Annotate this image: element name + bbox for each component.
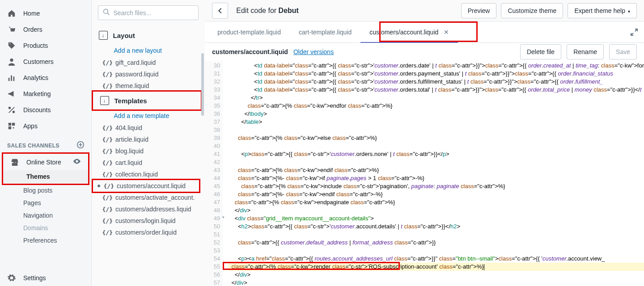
- file-item[interactable]: {/}cart.liquid: [92, 157, 205, 168]
- file-item[interactable]: {/}customers/login.liquid: [92, 215, 205, 227]
- orders-icon: [7, 25, 16, 34]
- file-name: customers/account.liquid: [212, 48, 288, 55]
- svg-rect-7: [12, 123, 15, 126]
- folder-icon: ↓: [100, 96, 109, 105]
- percent-icon: [7, 105, 16, 114]
- apps-icon: [7, 122, 16, 130]
- nav-pages[interactable]: Pages: [0, 197, 91, 209]
- file-tree-sidebar: Search files... ↓Layout Add a new layout…: [92, 0, 205, 286]
- svg-point-4: [8, 107, 11, 109]
- main-nav-sidebar: Home Orders Products Customers Analytics…: [0, 0, 92, 286]
- person-icon: [7, 57, 16, 66]
- customize-theme-button[interactable]: Customize theme: [501, 3, 563, 18]
- file-item[interactable]: {/}blog.liquid: [92, 145, 205, 157]
- gear-icon: [7, 273, 16, 282]
- svg-rect-8: [8, 126, 11, 129]
- older-versions-link[interactable]: Older versions: [293, 48, 334, 55]
- nav-preferences[interactable]: Preferences: [0, 234, 91, 247]
- nav-discounts[interactable]: Discounts: [0, 102, 91, 118]
- file-item[interactable]: {/}gift_card.liquid: [92, 57, 205, 68]
- nav-apps[interactable]: Apps: [0, 118, 91, 134]
- file-item[interactable]: {/}customers/order.liquid: [92, 227, 205, 238]
- rename-button[interactable]: Rename: [567, 44, 604, 59]
- highlight-templates: ↓Templates: [92, 90, 203, 111]
- file-item[interactable]: {/}password.liquid: [92, 68, 205, 80]
- editor-tabs: product-template.liquid cart-template.li…: [205, 21, 644, 43]
- tab-product-template[interactable]: product-template.liquid: [208, 21, 290, 42]
- expert-help-button[interactable]: Expert theme help▾: [568, 3, 637, 18]
- sales-channels-header: SALES CHANNELS: [0, 134, 91, 153]
- page-title: Edit code for Debut: [236, 7, 299, 15]
- search-icon: [103, 8, 110, 17]
- file-item[interactable]: {/}customers/activate_account.: [92, 192, 205, 203]
- highlight-online-store: Online Store Themes: [2, 152, 89, 185]
- megaphone-icon: [7, 89, 16, 98]
- nav-themes[interactable]: Themes: [3, 170, 88, 183]
- modified-dot-icon: [97, 185, 100, 187]
- file-item[interactable]: {/}article.liquid: [92, 134, 205, 145]
- nav-blog-posts[interactable]: Blog posts: [0, 184, 91, 197]
- nav-products[interactable]: Products: [0, 38, 91, 54]
- svg-rect-2: [11, 76, 12, 81]
- tab-cart-template[interactable]: cart-template.liquid: [290, 21, 360, 42]
- toolbar: Edit code for Debut Preview Customize th…: [205, 0, 644, 21]
- svg-point-11: [103, 9, 108, 14]
- svg-rect-9: [13, 127, 14, 129]
- tab-customers-account[interactable]: customers/account.liquid✕: [360, 21, 458, 42]
- nav-navigation[interactable]: Navigation: [0, 209, 91, 222]
- caret-down-icon: ▾: [628, 9, 630, 14]
- code-editor[interactable]: 3031323334353637383940414243444546474849…: [205, 61, 644, 286]
- main-panel: Edit code for Debut Preview Customize th…: [205, 0, 644, 286]
- add-layout-link[interactable]: Add a new layout: [92, 44, 205, 57]
- svg-rect-6: [8, 123, 11, 126]
- tag-icon: [7, 41, 16, 50]
- nav-settings[interactable]: Settings: [0, 270, 91, 286]
- file-item[interactable]: {/}customers/addresses.liquid: [92, 203, 205, 215]
- svg-rect-1: [8, 78, 10, 81]
- home-icon: [7, 9, 16, 18]
- chart-icon: [7, 73, 16, 82]
- layout-folder[interactable]: ↓Layout: [92, 26, 205, 44]
- file-item[interactable]: {/}404.liquid: [92, 122, 205, 134]
- back-button[interactable]: [212, 3, 228, 19]
- delete-file-button[interactable]: Delete file: [520, 44, 561, 59]
- nav-home[interactable]: Home: [0, 5, 91, 21]
- save-button[interactable]: Save: [609, 44, 637, 59]
- highlight-customers-account: {/}customers/account.liquid: [92, 179, 201, 193]
- nav-orders[interactable]: Orders: [0, 21, 91, 38]
- nav-customers[interactable]: Customers: [0, 54, 91, 70]
- nav-online-store[interactable]: Online Store: [3, 154, 88, 170]
- nav-domains[interactable]: Domains: [0, 222, 91, 234]
- nav-marketing[interactable]: Marketing: [0, 86, 91, 102]
- search-files-input[interactable]: Search files...: [98, 5, 199, 20]
- add-template-link[interactable]: Add a new template: [92, 109, 205, 122]
- folder-icon: ↓: [99, 31, 108, 40]
- nav-analytics[interactable]: Analytics: [0, 70, 91, 86]
- scrollbar-thumb[interactable]: [201, 53, 204, 116]
- store-icon: [10, 158, 19, 167]
- close-tab-icon[interactable]: ✕: [444, 29, 449, 36]
- preview-button[interactable]: Preview: [461, 3, 497, 18]
- svg-rect-3: [13, 76, 15, 81]
- svg-point-5: [13, 111, 15, 113]
- svg-point-0: [10, 59, 13, 62]
- add-channel-icon[interactable]: [77, 141, 84, 150]
- file-customers-account[interactable]: {/}customers/account.liquid: [93, 180, 199, 192]
- templates-folder[interactable]: ↓Templates: [93, 92, 201, 109]
- file-header: customers/account.liquid Older versions …: [205, 43, 644, 61]
- expand-editor-button[interactable]: [624, 21, 644, 42]
- file-tree: ↓Layout Add a new layout {/}gift_card.li…: [92, 26, 205, 281]
- eye-icon[interactable]: [73, 157, 81, 167]
